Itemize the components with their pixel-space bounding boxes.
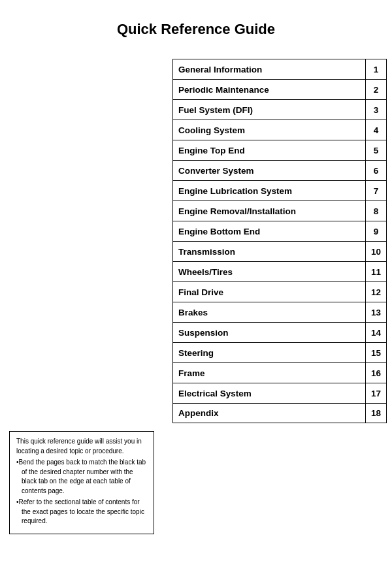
toc-label: Appendix: [173, 405, 365, 421]
toc-row[interactable]: Cooling System4: [172, 120, 387, 140]
toc-row[interactable]: Engine Lubrication System7: [172, 180, 387, 201]
toc-label: Periodic Maintenance: [173, 82, 365, 98]
toc-row[interactable]: Appendix18: [172, 403, 387, 423]
toc-number: 6: [365, 161, 386, 180]
toc-container: General Information1Periodic Maintenance…: [172, 59, 387, 423]
toc-label: Electrical System: [173, 385, 365, 402]
toc-label: Brakes: [173, 304, 365, 321]
page-title: Quick Reference Guide: [0, 0, 392, 54]
toc-number: 9: [365, 221, 386, 241]
toc-row[interactable]: Engine Bottom End9: [172, 221, 387, 241]
toc-number: 17: [365, 383, 386, 403]
toc-label: General Information: [173, 61, 365, 78]
toc-label: Suspension: [173, 325, 365, 341]
toc-label: Engine Removal/Installation: [173, 203, 365, 219]
toc-label: Transmission: [173, 244, 365, 260]
toc-row[interactable]: Transmission10: [172, 241, 387, 261]
sidebar-note: This quick reference guide will assist y…: [9, 431, 154, 534]
toc-label: Final Drive: [173, 284, 365, 300]
toc-number: 1: [365, 59, 386, 79]
toc-row[interactable]: Steering15: [172, 342, 387, 362]
sidebar-bullet1: •Bend the pages back to match the black …: [16, 458, 147, 496]
toc-number: 2: [365, 80, 386, 99]
toc-number: 14: [365, 323, 386, 342]
toc-row[interactable]: Electrical System17: [172, 383, 387, 403]
toc-row[interactable]: Converter System6: [172, 160, 387, 180]
toc-row[interactable]: Wheels/Tires11: [172, 261, 387, 282]
toc-row[interactable]: Engine Top End5: [172, 140, 387, 160]
toc-row[interactable]: Brakes13: [172, 302, 387, 322]
toc-label: Cooling System: [173, 122, 365, 138]
toc-label: Converter System: [173, 163, 365, 179]
toc-number: 15: [365, 343, 386, 362]
sidebar-intro: This quick reference guide will assist y…: [16, 437, 147, 456]
toc-label: Engine Top End: [173, 142, 365, 159]
toc-number: 7: [365, 181, 386, 201]
toc-label: Frame: [173, 365, 365, 381]
toc-label: Steering: [173, 345, 365, 361]
toc-number: 11: [365, 262, 386, 282]
toc-row[interactable]: Frame16: [172, 362, 387, 383]
toc-row[interactable]: Final Drive12: [172, 282, 387, 302]
toc-label: Engine Lubrication System: [173, 183, 365, 199]
toc-row[interactable]: Engine Removal/Installation8: [172, 201, 387, 221]
toc-number: 18: [365, 404, 386, 423]
toc-number: 8: [365, 201, 386, 221]
toc-number: 4: [365, 120, 386, 140]
toc-number: 13: [365, 302, 386, 322]
toc-row[interactable]: General Information1: [172, 59, 387, 79]
toc-label: Wheels/Tires: [173, 264, 365, 280]
toc-label: Fuel System (DFI): [173, 102, 365, 118]
toc-row[interactable]: Suspension14: [172, 322, 387, 342]
toc-number: 16: [365, 363, 386, 383]
toc-label: Engine Bottom End: [173, 223, 365, 240]
sidebar-bullet2: •Refer to the sectional table of content…: [16, 498, 147, 526]
toc-row[interactable]: Fuel System (DFI)3: [172, 99, 387, 120]
toc-number: 12: [365, 282, 386, 302]
toc-number: 10: [365, 242, 386, 261]
toc-number: 5: [365, 140, 386, 160]
toc-row[interactable]: Periodic Maintenance2: [172, 79, 387, 99]
toc-number: 3: [365, 100, 386, 120]
